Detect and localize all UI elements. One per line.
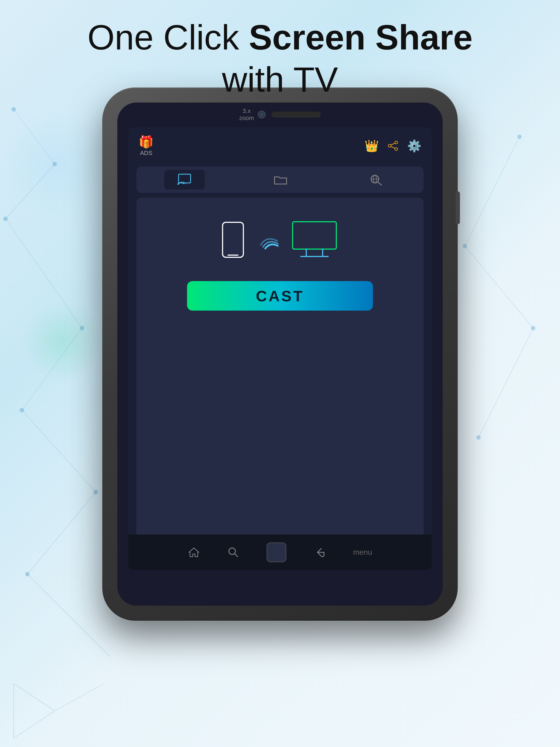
tablet-screen: 🎁 ADS 👑 ⚙️: [128, 127, 432, 570]
phone-illustration-icon: [221, 221, 251, 261]
svg-line-24: [55, 684, 104, 711]
cast-waves-icon: [258, 230, 283, 252]
svg-point-9: [20, 408, 24, 412]
svg-point-25: [395, 141, 398, 144]
app-topbar: 🎁 ADS 👑 ⚙️: [128, 127, 432, 162]
title-bold: Screen Share: [249, 18, 473, 57]
app-main: CAST: [136, 198, 424, 565]
tablet-camera-area: 3.xzoom: [239, 107, 321, 122]
tv-illustration-icon: [290, 220, 339, 262]
home-nav-icon: [188, 546, 200, 558]
svg-line-28: [391, 143, 395, 145]
tablet-device: 3.xzoom 🎁 ADS 👑: [102, 87, 458, 621]
app-tabs: [136, 166, 424, 193]
zoom-text: 3.xzoom: [239, 107, 254, 122]
svg-point-10: [94, 490, 98, 494]
svg-point-19: [531, 326, 535, 330]
svg-line-29: [391, 147, 395, 148]
svg-line-35: [378, 182, 381, 185]
menu-label: menu: [353, 548, 372, 557]
tablet-side-button: [456, 191, 460, 224]
bg-glow-green: [22, 301, 104, 383]
svg-line-43: [235, 554, 238, 557]
svg-rect-36: [223, 222, 244, 257]
svg-line-14: [465, 137, 519, 246]
svg-rect-38: [292, 222, 336, 249]
page-title-area: One Click Screen Share with TV: [0, 17, 560, 100]
camera-lens: [258, 111, 265, 119]
share-icon[interactable]: [387, 140, 399, 151]
crown-icon[interactable]: 👑: [364, 139, 379, 153]
search-nav-icon: [227, 546, 239, 558]
svg-rect-30: [179, 174, 190, 183]
page-title: One Click Screen Share with TV: [0, 17, 560, 100]
tab-cast[interactable]: [164, 170, 205, 189]
svg-point-27: [395, 148, 398, 150]
svg-line-3: [27, 492, 96, 574]
svg-line-21: [14, 684, 55, 711]
tab-folder[interactable]: [261, 170, 300, 189]
search-globe-tab-icon: [370, 174, 383, 186]
folder-tab-icon: [274, 174, 287, 185]
svg-line-2: [22, 410, 96, 492]
bottom-nav: menu: [128, 535, 432, 570]
cast-button-label: CAST: [256, 287, 304, 305]
tab-search-globe[interactable]: [356, 170, 396, 189]
tablet-speaker: [272, 111, 321, 118]
cast-tab-icon: [177, 174, 192, 186]
svg-point-26: [388, 145, 391, 147]
title-line2: with TV: [222, 60, 338, 99]
settings-icon[interactable]: ⚙️: [407, 139, 422, 153]
gift-icon: 🎁: [138, 135, 154, 149]
cast-button[interactable]: CAST: [187, 281, 373, 311]
svg-point-11: [25, 572, 29, 576]
title-line1: One Click: [87, 18, 249, 57]
home-hardware-button[interactable]: [266, 542, 286, 562]
nav-home-button[interactable]: [253, 542, 300, 562]
topbar-right-icons: 👑 ⚙️: [364, 139, 422, 153]
ads-button[interactable]: 🎁 ADS: [138, 135, 154, 157]
svg-point-20: [476, 435, 481, 440]
svg-point-17: [517, 134, 522, 139]
svg-line-22: [14, 711, 55, 738]
svg-point-18: [463, 244, 467, 248]
nav-back[interactable]: [300, 546, 339, 558]
ads-label: ADS: [140, 150, 152, 157]
tablet-inner: 3.xzoom 🎁 ADS 👑: [117, 103, 443, 606]
svg-point-13: [11, 107, 16, 111]
bg-glow-blue: [0, 109, 109, 219]
svg-line-15: [465, 246, 533, 328]
app-content: 🎁 ADS 👑 ⚙️: [128, 127, 432, 570]
nav-menu[interactable]: menu: [339, 548, 386, 557]
cast-illustration: [221, 220, 339, 262]
back-nav-icon: [314, 546, 326, 558]
svg-line-16: [479, 328, 533, 437]
svg-point-7: [3, 216, 8, 221]
nav-search[interactable]: [213, 546, 253, 558]
nav-home[interactable]: [174, 546, 213, 558]
svg-line-4: [27, 574, 109, 656]
